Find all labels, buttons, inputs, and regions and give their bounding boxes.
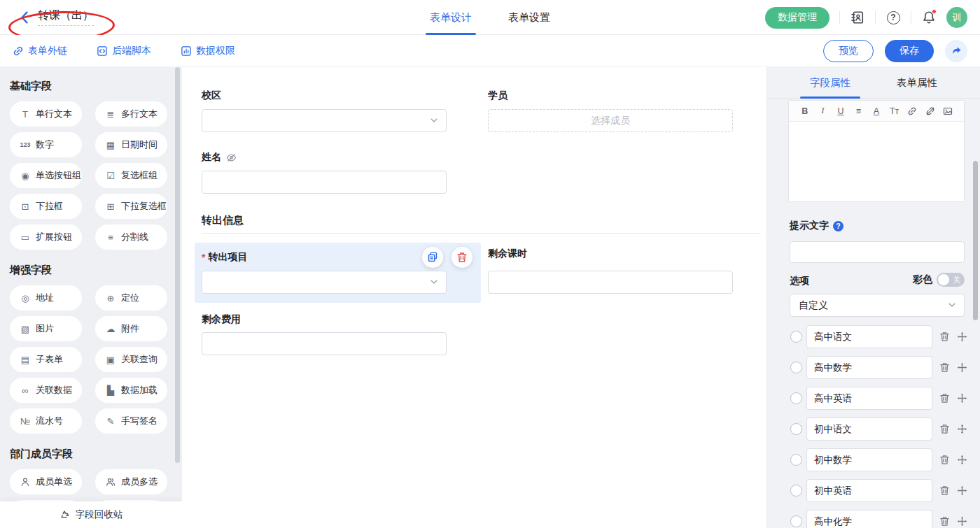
option-source-select[interactable]: 自定义: [790, 294, 965, 317]
backend-script-button[interactable]: 后端脚本: [97, 45, 151, 57]
insert-image-icon[interactable]: [939, 106, 958, 116]
remaining-fee-input[interactable]: [202, 332, 447, 355]
option-text-input[interactable]: [806, 448, 932, 471]
tab-form-properties[interactable]: 表单属性: [897, 67, 937, 99]
tab-form-settings[interactable]: 表单设置: [508, 0, 550, 35]
bold-icon[interactable]: B: [796, 106, 814, 116]
link-icon[interactable]: [903, 106, 921, 116]
option-text-input[interactable]: [806, 325, 932, 348]
linked-data-icon: ∞: [20, 385, 31, 396]
field-type-item[interactable]: ∞关联数据: [10, 378, 82, 403]
move-option-icon[interactable]: [957, 362, 967, 373]
option-radio-icon[interactable]: [790, 362, 802, 373]
field-type-item[interactable]: ☑复选框组: [95, 163, 167, 188]
move-option-icon[interactable]: [957, 393, 967, 404]
option-radio-icon[interactable]: [790, 331, 802, 343]
delete-option-icon[interactable]: [939, 331, 950, 342]
tab-field-properties[interactable]: 字段属性: [810, 67, 850, 99]
field-type-item[interactable]: 成员多选: [95, 469, 167, 494]
contacts-icon[interactable]: [850, 10, 865, 25]
field-type-item[interactable]: №流水号: [10, 408, 82, 434]
hint-text-input[interactable]: [790, 241, 965, 263]
field-type-item[interactable]: ◎地址: [10, 285, 82, 311]
data-permission-button[interactable]: 数据权限: [181, 45, 235, 57]
page-title[interactable]: 转课（出）: [38, 8, 94, 26]
font-color-icon[interactable]: A: [867, 106, 886, 116]
option-text-input[interactable]: [806, 387, 932, 410]
student-member-picker[interactable]: 选择成员: [488, 109, 733, 132]
field-type-item[interactable]: ▙数据加载: [95, 378, 167, 403]
field-type-item[interactable]: ▦日期时间: [95, 132, 167, 157]
delete-field-button[interactable]: [451, 247, 472, 268]
unlink-icon[interactable]: [921, 106, 939, 116]
font-size-icon[interactable]: Tᴛ: [886, 106, 904, 116]
checkbox-group-icon: ☑: [105, 171, 116, 181]
avatar[interactable]: 训: [946, 7, 967, 28]
field-type-item[interactable]: ⊕定位: [95, 285, 167, 311]
help-icon[interactable]: ?: [886, 10, 901, 25]
palette-section-title: 增强字段: [10, 264, 172, 277]
option-radio-icon[interactable]: [790, 515, 802, 527]
panel-scrollbar[interactable]: [973, 161, 978, 320]
data-manage-button[interactable]: 数据管理: [765, 7, 830, 29]
option-text-input[interactable]: [806, 356, 932, 379]
option-text-input[interactable]: [806, 479, 932, 502]
option-text-input[interactable]: [806, 418, 932, 441]
tab-form-design[interactable]: 表单设计: [430, 0, 472, 35]
preview-button[interactable]: 预览: [823, 40, 874, 62]
hint-help-icon[interactable]: ?: [833, 221, 844, 231]
data-permission-icon: [181, 45, 192, 57]
field-type-item[interactable]: ◉单选按钮组: [10, 163, 82, 188]
option-radio-icon[interactable]: [790, 423, 802, 435]
field-recycle-bin[interactable]: 字段回收站: [0, 501, 182, 528]
external-link-button[interactable]: 表单外链: [13, 45, 67, 57]
field-type-item[interactable]: ≡分割线: [95, 224, 167, 250]
transfer-project-select[interactable]: [202, 271, 447, 294]
share-button[interactable]: [945, 40, 967, 62]
notification-bell-icon[interactable]: [921, 10, 937, 25]
chevron-down-icon: [430, 118, 438, 123]
save-button[interactable]: 保存: [885, 40, 934, 62]
back-icon[interactable]: [18, 11, 31, 24]
color-toggle[interactable]: 关: [937, 273, 965, 287]
sidebar-scrollbar[interactable]: [175, 67, 180, 463]
option-radio-icon[interactable]: [790, 392, 802, 404]
align-icon[interactable]: ≡: [850, 106, 868, 116]
option-radio-icon[interactable]: [790, 485, 802, 497]
delete-option-icon[interactable]: [939, 455, 950, 465]
italic-icon[interactable]: I: [814, 106, 832, 116]
delete-option-icon[interactable]: [939, 424, 950, 434]
campus-select[interactable]: [202, 109, 447, 132]
field-type-item[interactable]: ☁附件: [95, 316, 167, 341]
move-option-icon[interactable]: [957, 516, 967, 527]
move-option-icon[interactable]: [957, 331, 967, 342]
move-option-icon[interactable]: [957, 424, 967, 434]
underline-icon[interactable]: U: [832, 106, 850, 116]
move-option-icon[interactable]: [957, 455, 967, 465]
field-type-item[interactable]: ≣多行文本: [95, 101, 167, 127]
field-type-label: 关联数据: [36, 384, 72, 397]
name-input[interactable]: [202, 171, 447, 194]
field-type-item[interactable]: ⊡下拉框: [10, 194, 82, 219]
options-label: 选项: [790, 275, 809, 287]
field-type-item[interactable]: ✎手写签名: [95, 408, 167, 434]
remaining-hours-input[interactable]: [488, 271, 733, 294]
move-option-icon[interactable]: [957, 485, 967, 496]
delete-option-icon[interactable]: [939, 516, 950, 527]
field-type-item[interactable]: T单行文本: [10, 101, 82, 127]
field-type-item[interactable]: ▣关联查询: [95, 347, 167, 372]
selected-field-transfer-project[interactable]: *转出项目: [195, 243, 481, 303]
option-text-input[interactable]: [806, 510, 932, 528]
field-type-item[interactable]: ▧图片: [10, 316, 82, 341]
duplicate-field-button[interactable]: [422, 247, 443, 268]
delete-option-icon[interactable]: [939, 393, 950, 404]
editor-textarea[interactable]: [789, 122, 964, 201]
delete-option-icon[interactable]: [939, 485, 950, 496]
field-type-item[interactable]: ⊞下拉复选框: [95, 194, 167, 219]
field-type-item[interactable]: ▭扩展按钮: [10, 224, 82, 250]
delete-option-icon[interactable]: [939, 362, 950, 373]
field-type-item[interactable]: 123数字: [10, 132, 82, 157]
field-type-item[interactable]: ▤子表单: [10, 347, 82, 372]
field-type-item[interactable]: 成员单选: [10, 469, 82, 494]
option-radio-icon[interactable]: [790, 454, 802, 466]
